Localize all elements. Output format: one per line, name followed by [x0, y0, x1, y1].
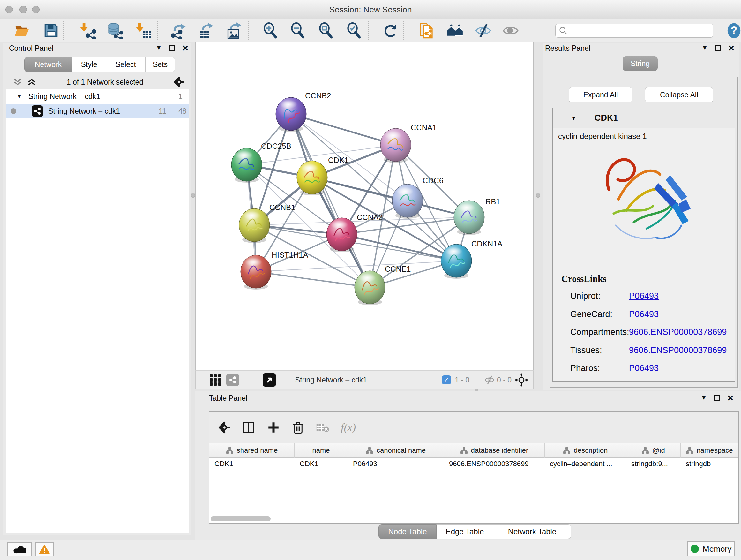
network-options-gear-icon[interactable] — [174, 77, 185, 87]
table-panel-menu-icon[interactable]: ▼ — [701, 394, 707, 401]
control-panel-float-icon[interactable] — [169, 45, 175, 51]
crosslink-label: Pharos: — [570, 363, 600, 373]
crosslink-link[interactable]: P06493 — [629, 291, 659, 301]
column-header-shared-name[interactable]: shared name — [209, 443, 294, 457]
global-search-box[interactable] — [555, 23, 713, 38]
network-node-cdc25b[interactable] — [231, 148, 262, 183]
table-panel-float-icon[interactable] — [714, 395, 720, 401]
table-panel-close-icon[interactable]: × — [727, 395, 733, 401]
network-node-ccna2[interactable] — [327, 218, 357, 252]
selected-nodes-checkbox[interactable]: ✓ — [442, 371, 451, 389]
tab-select[interactable]: Select — [106, 57, 145, 72]
network-view-canvas[interactable]: CCNB2CCNA1CDC25BCDK1CDC6RB1CCNB1CCNA2CDK… — [195, 42, 534, 370]
horizontal-scrollbar-thumb[interactable] — [211, 516, 271, 521]
export-network-icon[interactable] — [170, 22, 188, 40]
import-network-from-database-icon[interactable] — [106, 22, 124, 40]
tab-node-table[interactable]: Node Table — [379, 524, 436, 539]
column-header-id[interactable]: @id — [626, 443, 681, 457]
tab-network-table[interactable]: Network Table — [493, 524, 571, 539]
collapse-all-tree-icon[interactable] — [13, 78, 22, 86]
tab-edge-table[interactable]: Edge Table — [436, 524, 493, 539]
network-node-cdkn1a[interactable] — [441, 244, 472, 279]
warning-status-button[interactable] — [35, 543, 54, 557]
crosslink-link[interactable]: P06493 — [629, 363, 659, 373]
show-panels-eye-icon[interactable] — [502, 22, 520, 40]
control-panel-menu-icon[interactable]: ▼ — [156, 44, 162, 51]
node-label-cdkn1a: CDKN1A — [471, 240, 502, 248]
table-cell[interactable]: cyclin–dependent ... — [545, 457, 626, 470]
results-panel-close-icon[interactable]: × — [728, 45, 734, 51]
left-splitter-handle[interactable] — [191, 193, 195, 198]
birds-eye-view-icon[interactable] — [263, 371, 276, 389]
tab-sets[interactable]: Sets — [145, 57, 175, 72]
cloud-status-button[interactable] — [7, 543, 32, 557]
table-options-gear-icon[interactable] — [218, 422, 230, 434]
network-graph[interactable]: CCNB2CCNA1CDC25BCDK1CDC6RB1CCNB1CCNA2CDK… — [196, 43, 533, 370]
pan-crosshair-icon[interactable] — [515, 371, 528, 389]
table-cell[interactable]: stringdb:9... — [626, 457, 681, 470]
crosslink-link[interactable]: 9606.ENSP00000378699 — [629, 327, 727, 337]
network-node-ccnb1[interactable] — [239, 208, 270, 243]
results-panel-menu-icon[interactable]: ▼ — [702, 44, 708, 51]
column-header-name[interactable]: name — [294, 443, 348, 457]
zoom-in-icon[interactable] — [262, 22, 280, 40]
network-overview-share-icon[interactable] — [226, 371, 239, 389]
table-cell[interactable]: CDK1 — [209, 457, 294, 470]
table-cell[interactable]: 9606.ENSP00000378699 — [444, 457, 545, 470]
column-header-namespace[interactable]: namespace — [681, 443, 738, 457]
tree-expander-icon[interactable]: ▼ — [16, 93, 22, 100]
network-edge[interactable] — [256, 272, 370, 287]
zoom-selected-icon[interactable] — [345, 22, 363, 40]
protein-card-header[interactable]: ▼ CDK1 — [553, 108, 735, 128]
memory-button[interactable]: Memory — [687, 541, 735, 557]
crosslink-row: Uniprot:P06493 — [553, 291, 735, 304]
network-edge-count: 48 — [179, 107, 187, 116]
home-networks-icon[interactable] — [446, 22, 464, 40]
import-table-icon[interactable] — [135, 22, 152, 40]
network-node-ccne1[interactable] — [354, 271, 385, 305]
show-grid-icon[interactable] — [210, 371, 221, 389]
export-table-icon[interactable] — [197, 22, 215, 40]
tab-style[interactable]: Style — [72, 57, 106, 72]
right-splitter-handle[interactable] — [536, 193, 540, 198]
crosslink-link[interactable]: P06493 — [629, 309, 659, 319]
delete-column-trash-icon[interactable] — [292, 421, 305, 434]
control-panel-close-icon[interactable]: × — [182, 45, 188, 51]
table-row[interactable]: CDK1CDK1P064939606.ENSP00000378699cyclin… — [209, 457, 738, 470]
table-cell[interactable]: P06493 — [348, 457, 444, 470]
create-column-plus-icon[interactable] — [267, 421, 280, 434]
network-edge[interactable] — [291, 114, 370, 287]
import-network-icon[interactable] — [79, 22, 97, 40]
hide-panels-eye-slash-icon[interactable] — [474, 22, 492, 40]
network-collection-row[interactable]: ▼ String Network – cdk1 1 — [6, 89, 189, 104]
show-columns-icon[interactable] — [242, 421, 255, 434]
network-node-ccna1[interactable] — [381, 128, 411, 163]
column-header-canonical-name[interactable]: canonical name — [348, 443, 444, 457]
table-cell[interactable]: CDK1 — [294, 457, 348, 470]
tab-network[interactable]: Network — [24, 57, 72, 72]
card-expander-icon[interactable]: ▼ — [570, 115, 577, 122]
column-header-database-identifier[interactable]: database identifier — [444, 443, 545, 457]
collapse-all-button[interactable]: Collapse All — [645, 87, 713, 103]
network-row-selected[interactable]: String Network – cdk1 11 48 — [6, 104, 189, 118]
string-documents-icon[interactable] — [417, 22, 435, 40]
tab-string[interactable]: String — [623, 56, 658, 71]
column-header-description[interactable]: description — [545, 443, 626, 457]
save-session-icon[interactable] — [42, 22, 60, 40]
results-panel-float-icon[interactable] — [715, 45, 721, 51]
expand-all-button[interactable]: Expand All — [569, 87, 632, 103]
network-node-rb1[interactable] — [454, 200, 484, 235]
expand-all-tree-icon[interactable] — [27, 78, 37, 86]
network-node-hist1h1a[interactable] — [241, 255, 271, 290]
help-icon[interactable]: ? — [725, 22, 741, 40]
network-edge[interactable] — [291, 114, 396, 145]
zoom-fit-icon[interactable] — [317, 22, 335, 40]
refresh-icon[interactable] — [382, 22, 400, 40]
zoom-out-icon[interactable] — [289, 22, 307, 40]
crosslink-link[interactable]: 9606.ENSP00000378699 — [629, 346, 727, 355]
search-input[interactable] — [570, 26, 713, 35]
table-cell[interactable]: stringdb — [681, 457, 738, 470]
open-session-icon[interactable] — [13, 22, 30, 40]
export-image-icon[interactable] — [225, 22, 243, 40]
node-label-cdc25b: CDC25B — [261, 142, 291, 150]
